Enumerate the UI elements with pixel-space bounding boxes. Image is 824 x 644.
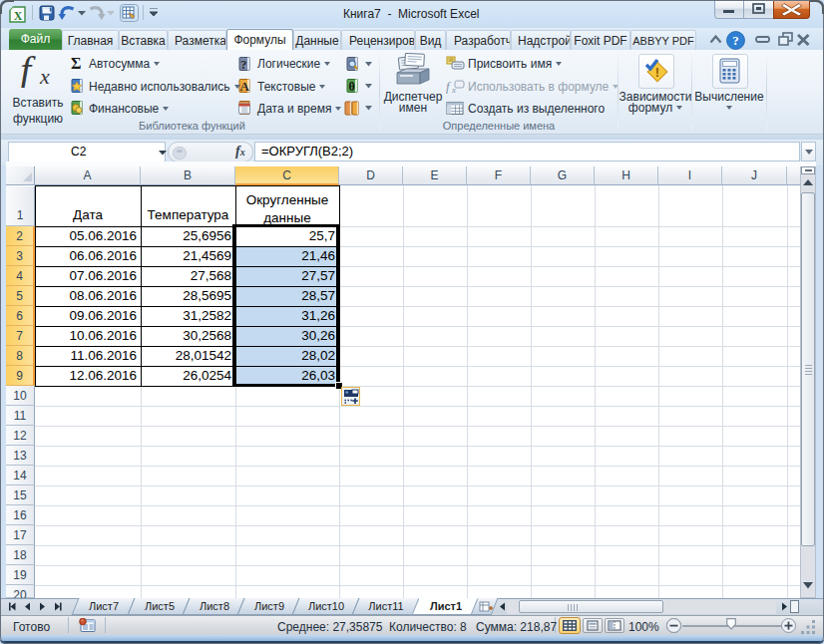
svg-text:X: X [14, 9, 23, 23]
svg-text:!: ! [655, 65, 659, 80]
svg-text:A: A [240, 79, 250, 94]
svg-text:Σ: Σ [71, 56, 81, 71]
svg-text:θ: θ [349, 80, 355, 94]
svg-text:?: ? [732, 33, 739, 48]
svg-text:?: ? [240, 57, 247, 72]
